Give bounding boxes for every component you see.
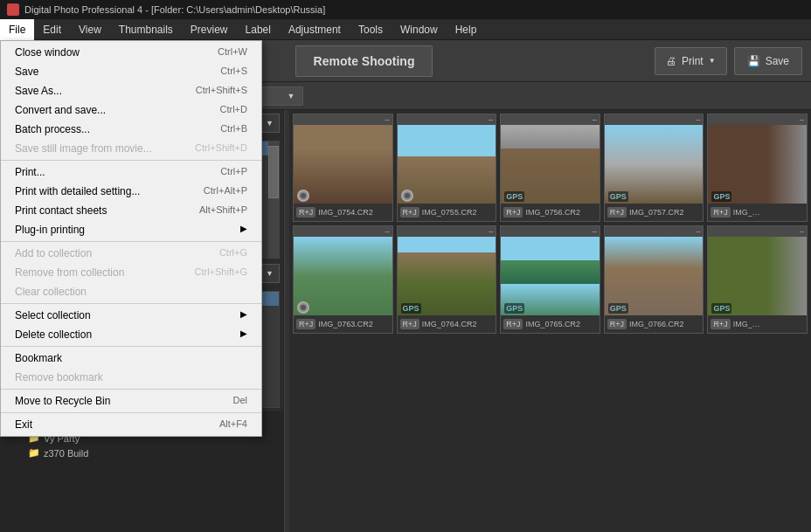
menu-clear-collection: Clear collection [1,282,261,301]
thumb-badge: R+J [607,207,627,218]
thumb-filename: IMG_0766.CR2 [629,320,684,328]
menu-window[interactable]: Window [392,19,447,40]
tree-item-z370build[interactable]: 📁 z370 Build [0,446,283,460]
menu-print-detailed[interactable]: Print with detailed setting... Ctrl+Alt+… [1,182,261,201]
menu-print[interactable]: Print... Ctrl+P [1,162,261,182]
menu-select-collection[interactable]: Select collection ▶ [1,306,261,325]
thumb-badge: R+J [607,319,627,329]
menu-edit[interactable]: Edit [34,19,70,40]
menu-exit[interactable]: Exit Alt+F4 [1,415,261,434]
menu-thumbnails[interactable]: Thumbnails [110,19,182,40]
menu-close-window[interactable]: Close window Ctrl+W [1,43,261,62]
thumb-footer: R+J IMG_0754.CR2 [294,204,392,221]
thumb-filename: IMG_… [733,320,760,328]
thumb-footer: R+J IMG_0757.CR2 [605,204,704,221]
scrollbar-track[interactable] [268,142,279,258]
thumb-filename: IMG_… [733,208,760,217]
menu-remove-collection: Remove from collection Ctrl+Shift+G [1,263,261,282]
thumb-badge: R+J [400,207,419,218]
menu-preview[interactable]: Preview [182,19,237,40]
thumb-filename: IMG_0765.CR2 [525,320,580,328]
thumb-badge: R+J [503,207,523,218]
folder-icon: 📁 [28,447,40,459]
file-dropdown-menu: Close window Ctrl+W Save Ctrl+S Save As.… [0,40,262,437]
menu-batch-process[interactable]: Batch process... Ctrl+B [1,120,261,139]
thumb-select-radio[interactable] [297,301,309,314]
thumb-top-bar: – [708,226,807,237]
thumb-badge: R+J [400,319,419,329]
thumbnail-item[interactable]: – GPS R+J IMG_0765.CR2 [500,225,600,334]
thumb-badge: R+J [296,207,315,218]
thumbnail-item[interactable]: – GPS R+J IMG_… [707,225,808,334]
checkmark-dropdown-arrow: ▼ [266,119,274,128]
menu-bookmark[interactable]: Bookmark [1,349,261,368]
thumb-top-bar: – [294,114,392,125]
thumbnail-grid: – R+J IMG_0754.CR2 – R+J IMG_0755.CR2 – … [289,110,811,532]
remote-shooting-button[interactable]: Remote Shooting [295,45,433,77]
submenu-arrow: ▶ [240,328,247,341]
print-button[interactable]: 🖨 Print ▼ [655,47,727,75]
gps-badge: GPS [608,303,628,314]
scrollbar-thumb[interactable] [268,146,279,198]
title-text: Digital Photo Professional 4 - [Folder: … [24,4,325,15]
thumb-badge: R+J [710,207,730,218]
menu-file[interactable]: File [0,19,34,40]
thumb-filename: IMG_0757.CR2 [629,208,684,217]
menu-section-select-collection: Select collection ▶ Delete collection ▶ [1,304,261,347]
thumb-filename: IMG_0754.CR2 [318,208,373,217]
thumbnail-item[interactable]: – GPS R+J IMG_0764.CR2 [397,225,497,334]
thumbnail-item[interactable]: – R+J IMG_0755.CR2 [397,114,497,222]
print-dropdown-arrow[interactable]: ▼ [709,57,716,65]
thumb-top-bar: – [398,226,496,237]
thumb-badge: R+J [296,319,315,329]
thumbnail-item[interactable]: – GPS R+J IMG_0757.CR2 [604,114,704,222]
gps-badge: GPS [401,303,421,314]
thumb-badge: R+J [710,319,730,329]
app-icon [7,3,19,16]
menu-save-still: Save still image from movie... Ctrl+Shif… [1,139,261,158]
thumbnail-item[interactable]: – GPS R+J IMG_0756.CR2 [500,114,600,222]
gps-badge: GPS [504,191,524,202]
menu-save[interactable]: Save Ctrl+S [1,62,261,81]
menu-save-as[interactable]: Save As... Ctrl+Shift+S [1,81,261,100]
thumb-footer: R+J IMG_0764.CR2 [398,315,496,333]
thumb-footer: R+J IMG_… [708,315,807,333]
thumbnail-item[interactable]: – GPS R+J IMG_0766.CR2 [604,225,704,334]
titlebar: Digital Photo Professional 4 - [Folder: … [0,0,811,19]
thumb-top-bar: – [501,114,600,125]
menu-convert-save[interactable]: Convert and save... Ctrl+D [1,100,261,120]
menubar: File Edit View Thumbnails Preview Label … [0,19,811,40]
thumb-footer: R+J IMG_0756.CR2 [501,204,600,221]
thumb-footer: R+J IMG_0755.CR2 [398,204,496,221]
menu-print-contact[interactable]: Print contact sheets Alt+Shift+P [1,201,261,220]
gps-badge: GPS [608,191,628,202]
menu-section-collection: Add to collection Ctrl+G Remove from col… [1,242,261,304]
thumb-footer: R+J IMG_… [708,204,807,221]
thumbnail-item[interactable]: – R+J IMG_0763.CR2 [293,225,393,334]
gps-badge: GPS [711,303,731,314]
menu-help[interactable]: Help [447,19,486,40]
thumbnail-item[interactable]: – GPS R+J IMG_… [707,114,808,222]
menu-plugin-printing[interactable]: Plug-in printing ▶ [1,220,261,239]
menu-view[interactable]: View [70,19,110,40]
submenu-arrow: ▶ [240,224,247,236]
thumbnail-item[interactable]: – R+J IMG_0754.CR2 [293,114,393,222]
thumb-filename: IMG_0764.CR2 [422,320,477,328]
menu-delete-collection[interactable]: Delete collection ▶ [1,325,261,344]
thumb-select-radio[interactable] [401,190,413,202]
save-button[interactable]: 💾 Save [734,47,802,75]
menu-label[interactable]: Label [237,19,280,40]
menu-section-exit: Exit Alt+F4 [1,413,261,436]
rating-dropdown-arrow: ▼ [266,269,274,278]
thumb-footer: R+J IMG_0765.CR2 [501,315,600,333]
menu-adjustment[interactable]: Adjustment [280,19,350,40]
thumb-select-radio[interactable] [297,190,309,202]
gps-badge: GPS [504,303,524,314]
menu-tools[interactable]: Tools [350,19,392,40]
save-icon: 💾 [747,55,760,67]
menu-add-collection: Add to collection Ctrl+G [1,244,261,263]
menu-move-recycle[interactable]: Move to Recycle Bin Del [1,391,261,411]
thumb-top-bar: – [398,114,496,125]
menu-section-print: Print... Ctrl+P Print with detailed sett… [1,161,261,242]
thumb-filename: IMG_0755.CR2 [422,208,477,217]
